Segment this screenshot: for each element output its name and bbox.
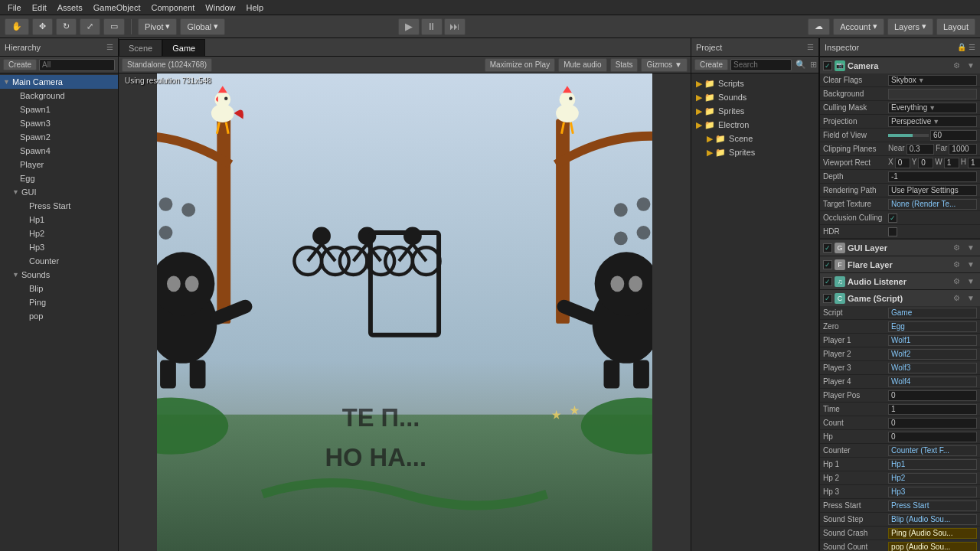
sound-count-value[interactable]: pop (Audio Sou... (888, 542, 977, 552)
sound-crash-value[interactable]: Ping (Audio Sou... (888, 528, 977, 539)
stats-btn[interactable]: Stats (610, 58, 639, 72)
viewport-y[interactable]: 0 (918, 158, 933, 168)
hp2-value[interactable]: Hp2 (888, 473, 977, 484)
hierarchy-item[interactable]: ▼Main Camera (0, 75, 118, 89)
hierarchy-item[interactable]: Press Start (0, 199, 118, 213)
player3-value[interactable]: Wolf3 (888, 363, 977, 373)
near-value[interactable]: 0.3 (906, 144, 935, 155)
flare-layer-checkbox[interactable]: ✓ (823, 260, 832, 269)
play-button[interactable]: ▶ (398, 18, 420, 35)
project-folder[interactable]: ▶ 📁Scene (693, 132, 817, 145)
hierarchy-search-input[interactable] (39, 59, 115, 71)
project-folder[interactable]: ▶ 📁Sprites (693, 104, 817, 118)
audio-listener-checkbox[interactable]: ✓ (823, 277, 832, 286)
projection-value[interactable]: Perspective▼ (888, 116, 977, 127)
viewport-w[interactable]: 1 (944, 158, 959, 168)
hp1-value[interactable]: Hp1 (888, 459, 977, 470)
hierarchy-item[interactable]: Ping (0, 295, 118, 309)
script-value[interactable]: Game (888, 308, 977, 318)
hierarchy-item[interactable]: Spawn4 (0, 144, 118, 158)
fov-slider[interactable] (888, 134, 929, 137)
account-btn[interactable]: Account ▾ (833, 18, 884, 35)
player1-value[interactable]: Wolf1 (888, 335, 977, 346)
hierarchy-item[interactable]: Hp2 (0, 227, 118, 240)
hierarchy-item[interactable]: Spawn1 (0, 103, 118, 116)
zero-value[interactable]: Egg (888, 321, 977, 332)
tab-game[interactable]: Game (162, 39, 205, 56)
camera-more-btn[interactable]: ▼ (965, 60, 977, 70)
hierarchy-item[interactable]: Background (0, 89, 118, 103)
hierarchy-item[interactable]: Hp3 (0, 240, 118, 254)
menu-item-gameobject[interactable]: GameObject (89, 2, 145, 14)
hierarchy-item[interactable]: Spawn3 (0, 116, 118, 130)
gizmos-btn[interactable]: Gizmos ▼ (641, 58, 688, 72)
hand-tool-btn[interactable]: ✋ (5, 18, 29, 35)
project-folder[interactable]: ▶ 📁Sounds (693, 90, 817, 104)
scale-tool-btn[interactable]: ⤢ (80, 18, 100, 35)
project-create-btn[interactable]: Create (694, 59, 728, 70)
rendering-path-value[interactable]: Use Player Settings (888, 185, 977, 196)
gui-layer-checkbox[interactable]: ✓ (823, 243, 832, 253)
game-script-settings-btn[interactable]: ⚙ (951, 293, 962, 303)
hierarchy-create-btn[interactable]: Create (3, 59, 37, 70)
menu-item-edit[interactable]: Edit (28, 2, 51, 14)
counter-value[interactable]: Counter (Text F... (888, 445, 977, 456)
standalone-btn[interactable]: Standalone (1024x768) (122, 58, 212, 72)
hierarchy-item[interactable]: Egg (0, 171, 118, 185)
far-value[interactable]: 1000 (949, 144, 977, 155)
camera-settings-btn[interactable]: ⚙ (951, 60, 962, 70)
viewport-x[interactable]: 0 (895, 158, 910, 168)
count-value[interactable]: 0 (888, 418, 977, 429)
hierarchy-item[interactable]: Hp1 (0, 213, 118, 227)
camera-enabled-checkbox[interactable]: ✓ (823, 61, 832, 70)
cloud-btn[interactable]: ☁ (808, 18, 830, 35)
project-folder[interactable]: ▶ 📁Electron (693, 118, 817, 132)
menu-item-assets[interactable]: Assets (53, 2, 87, 14)
hierarchy-item[interactable]: pop (0, 309, 118, 323)
fov-value[interactable]: 60 (930, 130, 977, 141)
menu-item-file[interactable]: File (3, 2, 26, 14)
menu-item-help[interactable]: Help (241, 2, 268, 14)
press-start-value[interactable]: Press Start (888, 500, 977, 511)
rotate-tool-btn[interactable]: ↻ (56, 18, 77, 35)
audio-listener-settings-btn[interactable]: ⚙ (951, 276, 962, 286)
move-tool-btn[interactable]: ✥ (32, 18, 53, 35)
project-folder[interactable]: ▶ 📁Sprites (693, 145, 817, 159)
hierarchy-item[interactable]: Spawn2 (0, 130, 118, 144)
pause-button[interactable]: ⏸ (421, 18, 443, 35)
flare-layer-settings-btn[interactable]: ⚙ (951, 259, 962, 269)
project-folder[interactable]: ▶ 📁Scripts (693, 77, 817, 90)
player4-value[interactable]: Wolf4 (888, 377, 977, 387)
hdr-checkbox[interactable] (888, 227, 897, 236)
hp3-value[interactable]: Hp3 (888, 487, 977, 497)
game-script-more-btn[interactable]: ▼ (965, 293, 977, 303)
occlusion-culling-checkbox[interactable]: ✓ (888, 214, 897, 223)
sound-step-value[interactable]: Blip (Audio Sou... (888, 514, 977, 525)
background-color-swatch[interactable] (888, 89, 977, 99)
player-pos-value[interactable]: 0 (888, 390, 977, 401)
gui-layer-settings-btn[interactable]: ⚙ (951, 243, 962, 253)
hierarchy-item[interactable]: ▼GUI (0, 185, 118, 199)
hp-value[interactable]: 0 (888, 432, 977, 442)
game-script-header[interactable]: ✓ C Game (Script) ⚙▼ (820, 289, 980, 306)
hierarchy-item[interactable]: Counter (0, 254, 118, 268)
layout-btn[interactable]: Layout (936, 18, 975, 35)
pivot-btn[interactable]: Pivot ▾ (138, 18, 177, 35)
maximize-on-play-btn[interactable]: Maximize on Play (485, 58, 555, 72)
player2-value[interactable]: Wolf2 (888, 349, 977, 360)
tab-scene[interactable]: Scene (119, 39, 162, 56)
flare-layer-header[interactable]: ✓ F Flare Layer ⚙▼ (820, 256, 980, 272)
hierarchy-item[interactable]: ▼Sounds (0, 268, 118, 282)
depth-value[interactable]: -1 (888, 171, 977, 182)
layers-btn[interactable]: Layers ▾ (887, 18, 933, 35)
hierarchy-item[interactable]: Blip (0, 282, 118, 295)
rect-tool-btn[interactable]: ▭ (103, 18, 125, 35)
menu-item-component[interactable]: Component (146, 2, 199, 14)
audio-listener-header[interactable]: ✓ ♫ Audio Listener ⚙▼ (820, 272, 980, 289)
global-btn[interactable]: Global ▾ (180, 18, 225, 35)
mute-audio-btn[interactable]: Mute audio (558, 58, 606, 72)
flare-layer-more-btn[interactable]: ▼ (965, 259, 977, 269)
project-search-input[interactable] (730, 59, 792, 71)
time-value[interactable]: 1 (888, 404, 977, 415)
hierarchy-item[interactable]: Player (0, 158, 118, 171)
